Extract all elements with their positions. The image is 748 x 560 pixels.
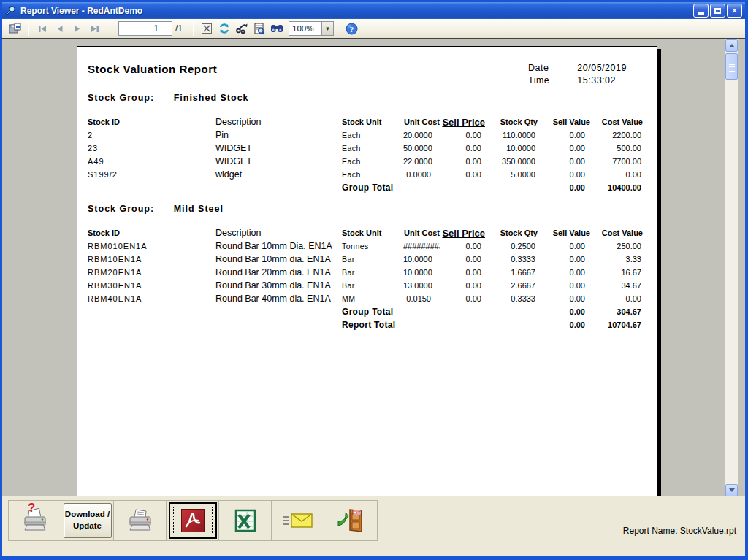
refresh-button[interactable] bbox=[215, 20, 233, 37]
cell-stock-id: A49 bbox=[88, 157, 215, 166]
pdf-export-button[interactable] bbox=[169, 502, 217, 539]
excel-export-button[interactable] bbox=[219, 501, 272, 540]
col-header-sell-price: Sell Price bbox=[440, 228, 485, 239]
exit-button[interactable]: EXIT bbox=[324, 501, 377, 540]
vertical-scrollbar[interactable] bbox=[725, 39, 738, 496]
cell-sell-value: 0.00 bbox=[538, 255, 590, 264]
cell-stock-unit: Each bbox=[342, 170, 403, 179]
cell-stock-id: S199/2 bbox=[88, 170, 215, 179]
cell-sell-value: 0.00 bbox=[538, 170, 590, 179]
cell-unit-cost: 0.0150 bbox=[403, 294, 440, 303]
refresh-icon bbox=[218, 23, 231, 34]
cell-description: Round Bar 10mm dia. EN1A bbox=[215, 254, 342, 264]
col-header-stock-qty: Stock Qty bbox=[485, 229, 538, 237]
cell-unit-cost: ######### bbox=[403, 242, 440, 250]
time-value: 15:33:02 bbox=[577, 75, 627, 85]
zoom-select[interactable]: 100% ▼ bbox=[289, 21, 334, 36]
stock-group-header: Stock Group: Finished Stock bbox=[88, 93, 657, 103]
zoom-value: 100% bbox=[289, 24, 321, 33]
cell-description: WIDGET bbox=[215, 156, 342, 166]
col-header-stock-unit: Stock Unit bbox=[342, 229, 403, 237]
cell-sell-value: 0.00 bbox=[538, 268, 590, 277]
stock-group-label: Stock Group: bbox=[88, 93, 154, 103]
cell-sell-value: 0.00 bbox=[538, 144, 590, 153]
page-total-label: /1 bbox=[175, 23, 183, 34]
minimize-button[interactable] bbox=[693, 4, 709, 18]
next-page-button[interactable] bbox=[69, 20, 86, 37]
cell-stock-qty: 350.0000 bbox=[485, 157, 538, 166]
col-header-unit-cost: Unit Cost bbox=[403, 229, 440, 237]
cell-stock-qty: 0.3333 bbox=[485, 255, 538, 264]
first-page-button[interactable] bbox=[34, 20, 51, 37]
find-button[interactable] bbox=[268, 20, 286, 37]
pdf-export-cell bbox=[167, 501, 219, 540]
bottom-button-strip: ? Download / Update bbox=[8, 500, 378, 541]
preview-button[interactable] bbox=[251, 20, 268, 37]
help-button[interactable]: ? bbox=[343, 20, 360, 37]
table-header-row: Stock ID Description Stock Unit Unit Cos… bbox=[88, 115, 657, 129]
cell-sell-price: 0.00 bbox=[440, 294, 485, 303]
report-viewer-area: Date 20/05/2019 Time 15:33:02 Stock Valu… bbox=[2, 39, 745, 496]
group-total-row: Group Total 0.00 304.67 bbox=[88, 305, 657, 318]
table-header-row: Stock ID Description Stock Unit Unit Cos… bbox=[88, 226, 657, 239]
stock-table-group1: Stock ID Description Stock Unit Unit Cos… bbox=[88, 115, 657, 194]
col-header-sell-value: Sell Value bbox=[538, 118, 590, 126]
stock-table-group2: Stock ID Description Stock Unit Unit Cos… bbox=[88, 226, 657, 331]
scrollbar-thumb[interactable] bbox=[725, 53, 738, 80]
last-page-button[interactable] bbox=[86, 20, 104, 37]
cell-description: Round Bar 40mm dia. EN1A bbox=[215, 294, 342, 304]
group-total-cost-value: 10400.00 bbox=[590, 183, 643, 192]
bottom-bar: ? Download / Update bbox=[2, 496, 745, 557]
search-expert-button[interactable] bbox=[233, 20, 251, 37]
cell-description: widget bbox=[215, 169, 342, 180]
cell-sell-price: 0.00 bbox=[440, 281, 485, 290]
cell-sell-value: 0.00 bbox=[538, 242, 590, 250]
report-page: Date 20/05/2019 Time 15:33:02 Stock Valu… bbox=[77, 46, 657, 496]
cell-stock-qty: 10.0000 bbox=[485, 144, 538, 153]
cell-cost-value: 7700.00 bbox=[590, 157, 643, 166]
zoom-dropdown-button[interactable]: ▼ bbox=[321, 22, 333, 35]
cell-stock-id: RBM20EN1A bbox=[88, 268, 215, 277]
cell-unit-cost: 13.0000 bbox=[403, 281, 440, 290]
export-button[interactable] bbox=[7, 20, 24, 37]
maximize-button[interactable] bbox=[710, 4, 725, 18]
cell-cost-value: 34.67 bbox=[590, 281, 643, 290]
cell-stock-unit: Bar bbox=[342, 255, 403, 264]
table-row: RBM30EN1A Round Bar 30mm dia. EN1A Bar 1… bbox=[88, 279, 657, 292]
print-button[interactable] bbox=[114, 501, 167, 540]
cell-sell-price: 0.00 bbox=[440, 131, 485, 139]
scroll-down-button[interactable] bbox=[725, 484, 738, 496]
report-name-label: Report Name: StockValue.rpt bbox=[623, 526, 736, 536]
stock-group-name: Mild Steel bbox=[174, 204, 224, 214]
col-header-stock-id: Stock ID bbox=[88, 118, 215, 126]
col-header-description: Description bbox=[215, 117, 342, 127]
help-icon: ? bbox=[346, 23, 358, 35]
viewer-toolbar: /1 bbox=[2, 19, 745, 39]
email-icon bbox=[282, 511, 314, 530]
cell-stock-unit: Each bbox=[342, 131, 403, 139]
cell-stock-unit: Each bbox=[342, 157, 403, 166]
toggle-group-tree-button[interactable] bbox=[198, 20, 215, 37]
download-update-button[interactable]: Download / Update bbox=[64, 503, 112, 538]
download-update-label-line1: Download / bbox=[65, 509, 110, 521]
cell-stock-id: RBM30EN1A bbox=[88, 281, 215, 290]
search-expert-icon bbox=[235, 23, 248, 34]
scroll-up-button[interactable] bbox=[725, 39, 738, 52]
previous-page-button[interactable] bbox=[51, 20, 69, 37]
close-button[interactable]: × bbox=[727, 4, 742, 18]
cell-cost-value: 2200.00 bbox=[590, 131, 643, 139]
cell-sell-value: 0.00 bbox=[538, 157, 590, 166]
print-icon bbox=[126, 508, 155, 533]
email-button[interactable] bbox=[272, 501, 324, 540]
table-row: RBM40EN1A Round Bar 40mm dia. EN1A MM 0.… bbox=[88, 292, 657, 305]
cell-sell-price: 0.00 bbox=[440, 157, 485, 166]
page-number-input[interactable] bbox=[118, 21, 172, 36]
toolbar-separator bbox=[193, 21, 194, 36]
print-help-button[interactable]: ? bbox=[9, 501, 61, 540]
col-header-cost-value: Cost Value bbox=[590, 229, 643, 237]
col-header-unit-cost: Unit Cost bbox=[403, 118, 440, 126]
report-total-cost-value: 10704.67 bbox=[590, 321, 643, 329]
window-title: Report Viewer - RedAntDemo bbox=[20, 6, 692, 16]
cell-description: Round Bar 20mm dia. EN1A bbox=[215, 267, 342, 277]
cell-unit-cost: 10.0000 bbox=[403, 268, 440, 277]
